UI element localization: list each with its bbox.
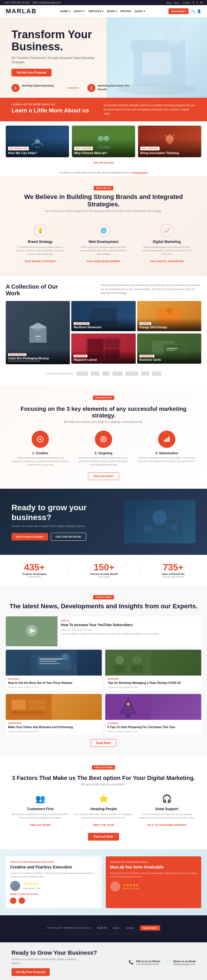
factor-card-2-link[interactable]: Meet The Team <box>93 824 114 826</box>
footer-brand-1: mcd:en <box>97 926 107 929</box>
cta-phone-button[interactable]: Call: 0792 832 58 581 <box>51 533 86 541</box>
blog-card-5[interactable]: PLANNING 6 Tips To Start Preparing For C… <box>105 694 201 735</box>
portfolio-item-5[interactable]: MARKETING Business Cards <box>137 334 201 364</box>
user-icon[interactable]: 👤 <box>197 9 201 13</box>
blog-tag: LATEST NEWS <box>93 595 114 600</box>
nav-logo[interactable]: MARLAB <box>6 8 37 15</box>
believe-card-3-link[interactable]: Talk Digital Marketing <box>150 260 184 263</box>
blog-card-4[interactable]: ADVERTISING Make Your Online Ads Relevan… <box>6 694 102 735</box>
testimonial-right-person: ★★★★★ Jane Doe, CMO <box>110 881 197 891</box>
blog-header: LATEST NEWS The latest News, Development… <box>6 594 201 611</box>
blog-title: The latest News, Developments and Insigh… <box>6 602 201 611</box>
testimonial-left-person: ★★★★★ John Smith, CEO <box>10 881 97 891</box>
top-bar-contact[interactable]: Contact <box>182 2 190 4</box>
find-staff-button[interactable]: Find out Staff! <box>88 833 119 841</box>
portfolio-item-4[interactable]: BRANDING Magazine Layout <box>71 334 135 364</box>
testimonial-prev-button[interactable]: ‹ <box>10 897 16 904</box>
nav-help-button[interactable]: Need Help? <box>169 8 189 14</box>
footer-trusted-label: Trusted by 200+ Ambitious Brands like yo… <box>47 926 91 929</box>
creative-icon <box>32 431 49 448</box>
top-bar-social-fb[interactable]: f <box>193 1 194 4</box>
brand-6 <box>141 371 149 376</box>
portfolio-item-3[interactable]: FASHION Orange Shirt Design <box>137 301 201 331</box>
blog-featured-meta: Posted by: JMar | August 16, 2021 <box>61 629 198 631</box>
about-banner-right: We develop websites, bespoke systems and… <box>104 103 196 116</box>
nav-link-more[interactable]: More ▾ <box>107 10 117 13</box>
hero-cta-button[interactable]: Get My Free Proposal <box>11 69 51 76</box>
blog-card-5-image <box>105 694 201 720</box>
believe-card-1-link[interactable]: Talk Brand Strategy <box>24 260 56 263</box>
creative-svg-icon <box>36 435 44 443</box>
nav-link-home[interactable]: Home ▾ <box>60 10 70 13</box>
believe-title: We Believe in Building Strong Brands and… <box>11 193 196 208</box>
factor-card-3: 🎧 Great Support You can communicate easi… <box>138 793 196 827</box>
footer-help-button[interactable]: Need Help? <box>140 925 160 931</box>
svg-point-54 <box>132 655 141 664</box>
top-bar-blog[interactable]: Blog <box>166 2 171 4</box>
service-card-2-bg: WHY CHOOSE Why Choose MarLab? <box>72 126 135 157</box>
portfolio-item-3-overlay: FASHION Orange Shirt Design <box>137 318 201 331</box>
brand-1 <box>76 371 88 376</box>
portfolio-item-1[interactable]: cubic box BRAND DESIGN Cubic Box Packagi… <box>6 301 70 364</box>
blog-read-more-button[interactable]: Read More <box>91 739 116 747</box>
support-icon: 🎧 <box>161 793 172 805</box>
believe-card-3-title: Digital Marketing <box>142 240 191 244</box>
svg-rect-61 <box>11 711 46 714</box>
service-card-3[interactable]: GET FURTHER Bring Innovative Thinking <box>138 126 201 157</box>
hero-item-2: 2 Marketing Must Drive The Results <box>88 84 135 92</box>
trust-line: We Serve our Clients' Best Interests wit… <box>0 169 207 176</box>
nav-logo-text: MARLAB <box>6 8 37 15</box>
service-card-2[interactable]: WHY CHOOSE Why Choose MarLab? <box>72 126 135 157</box>
believe-card-2-link[interactable]: Talk Web Development <box>86 260 121 263</box>
portfolio-item-5-overlay: MARKETING Business Cards <box>137 350 201 364</box>
blog-card-5-title: 6 Tips To Start Preparing For Christmas … <box>108 725 199 729</box>
testimonial-right-person-info: ★★★★★ Jane Doe, CMO <box>123 883 139 890</box>
testimonial-next-button[interactable]: › <box>19 897 25 904</box>
about-banner: Learn A Little More About Us Learn a Lit… <box>0 98 207 121</box>
service-card-1[interactable]: WE SPECIALIZE How We Can Help? <box>6 126 69 157</box>
top-bar-social-ig[interactable]: in <box>201 1 203 4</box>
blog-card-2[interactable]: BLOGGING How to Get the Most Out of Your… <box>6 650 102 690</box>
blog-card-3[interactable]: MANAGING Tips for Remotely Managing a Te… <box>105 650 201 690</box>
portfolio-item-3-title: Orange Shirt Design <box>139 326 199 329</box>
nav-link-about[interactable]: About ▾ <box>73 10 85 13</box>
footer-email-address: info@example.com <box>173 963 195 966</box>
trust-line-link[interactable]: Find Out More <box>132 171 148 174</box>
testimonial-right-label: MarLab has been Invaluable <box>110 861 197 863</box>
footer-cta-section: Ready to Grow Your Business? Contact us … <box>0 942 207 980</box>
search-icon[interactable]: 🔍 <box>191 9 195 13</box>
top-bar-social-tw[interactable]: t <box>197 1 197 4</box>
blog-card-featured[interactable]: HOW TO How To Increase Your YouTube Subs… <box>6 616 201 646</box>
testimonial-left: Creative and Fearless Execution Creative… <box>6 856 102 908</box>
testimonial-left-person-name: John Smith, CEO <box>23 887 41 890</box>
cta-subtitle: Contact us to work with a results-driven… <box>11 524 112 528</box>
hero-item-1: 1 Working Digital Marketing <box>11 84 59 92</box>
hero-item-1-text: Working Digital Marketing <box>22 84 54 88</box>
factor-card-1-link[interactable]: Find Out More <box>30 824 51 826</box>
factor-card-3-link[interactable]: Talk to Customer Support <box>147 824 186 826</box>
top-bar-phone: Call: 0792 832 50 587 <box>4 1 30 4</box>
footer-cta-proposal-button[interactable]: Get My Free Proposal <box>11 968 50 976</box>
nav-link-services[interactable]: Services ▾ <box>88 10 104 13</box>
svg-rect-36 <box>164 439 166 442</box>
footer-contact-email: ✉️ Shoot us an Email info@example.com <box>166 960 196 966</box>
targeting-svg-icon <box>99 435 108 443</box>
nav-link-quick[interactable]: Quick ▾ <box>135 10 145 13</box>
view-all-services[interactable]: View All Services <box>6 159 201 165</box>
top-bar-email: Mail: info@example.com <box>32 1 61 4</box>
email-icon: ✉️ <box>166 960 171 964</box>
view-all-services-link[interactable]: View All Services <box>93 161 114 164</box>
factors-title: 3 Factors That Make us The Best option F… <box>11 775 196 781</box>
top-bar-shop[interactable]: Shop <box>174 2 179 4</box>
portfolio-item-4-overlay: BRANDING Magazine Layout <box>71 350 135 364</box>
elements-find-out-button[interactable]: Find out more! <box>88 473 119 480</box>
portfolio-desc: We present the following case studies th… <box>100 283 201 295</box>
factors-cards: 👥 Customers First We strive to understan… <box>11 793 196 827</box>
nav-link-pricing[interactable]: Pricing <box>121 10 131 13</box>
svg-rect-55 <box>114 665 125 673</box>
footer-cta-right: 📞 Talk to us on Phone +44 000 0000 00 00… <box>129 960 196 966</box>
svg-rect-58 <box>11 700 26 710</box>
portfolio-item-2[interactable]: WEB DESIGN MacBook Showcase <box>71 301 135 331</box>
stat-3-label-2: Results they wanted <box>162 576 185 578</box>
cta-primary-button[interactable]: Get to Know us Better <box>11 533 48 541</box>
